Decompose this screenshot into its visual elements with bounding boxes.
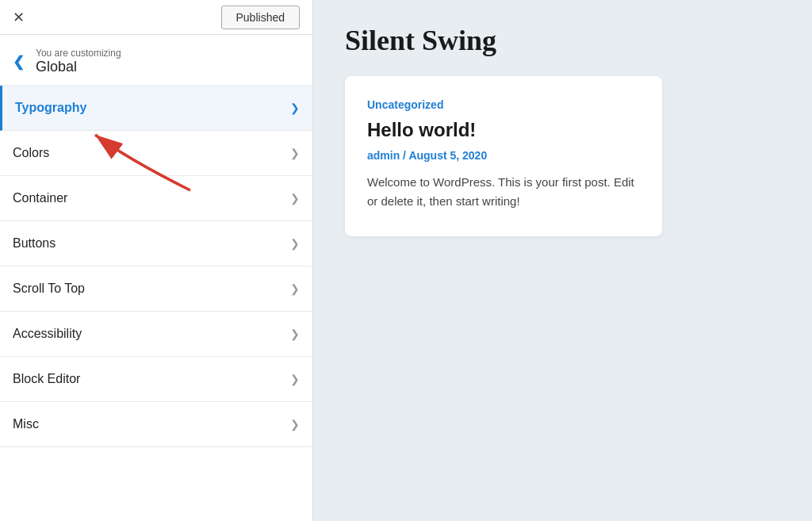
breadcrumb-text: You are customizing Global [36, 48, 121, 75]
nav-item-label: Scroll To Top [13, 282, 85, 296]
customizing-label: You are customizing [36, 48, 121, 59]
top-bar: ✕ Published [0, 0, 312, 35]
chevron-right-icon: ❯ [290, 373, 300, 385]
sidebar-item-typography[interactable]: Typography ❯ [0, 86, 312, 131]
chevron-right-icon: ❯ [290, 282, 300, 295]
sidebar: ✕ Published ❮ You are customizing Global… [0, 0, 313, 521]
nav-item-label: Container [13, 191, 67, 205]
nav-item-label: Buttons [13, 236, 56, 251]
published-button[interactable]: Published [221, 6, 301, 29]
chevron-right-icon: ❯ [290, 328, 300, 340]
chevron-right-icon: ❯ [290, 102, 300, 114]
post-meta: admin / August 5, 2020 [367, 149, 640, 162]
sidebar-item-scroll-to-top[interactable]: Scroll To Top ❯ [0, 266, 312, 312]
sidebar-item-buttons[interactable]: Buttons ❯ [0, 221, 312, 266]
chevron-right-icon: ❯ [290, 147, 300, 159]
close-icon[interactable]: ✕ [13, 10, 25, 25]
sidebar-item-container[interactable]: Container ❯ [0, 176, 312, 221]
sidebar-item-colors[interactable]: Colors ❯ [0, 131, 312, 176]
chevron-right-icon: ❯ [290, 237, 300, 250]
sidebar-item-misc[interactable]: Misc ❯ [0, 402, 312, 447]
breadcrumb: ❮ You are customizing Global [0, 35, 312, 86]
post-category: Uncategorized [367, 98, 640, 111]
post-card: Uncategorized Hello world! admin / Augus… [345, 76, 662, 236]
section-title: Global [36, 59, 121, 75]
nav-item-label: Misc [13, 417, 39, 431]
nav-item-label: Typography [15, 101, 86, 115]
post-title: Hello world! [367, 119, 640, 141]
nav-item-label: Accessibility [13, 327, 82, 341]
chevron-right-icon: ❯ [290, 192, 300, 205]
preview-panel: Silent Swing Uncategorized Hello world! … [313, 0, 812, 521]
chevron-right-icon: ❯ [290, 418, 300, 431]
sidebar-item-block-editor[interactable]: Block Editor ❯ [0, 357, 312, 402]
post-excerpt: Welcome to WordPress. This is your first… [367, 173, 640, 211]
site-title: Silent Swing [345, 24, 780, 57]
back-icon[interactable]: ❮ [13, 53, 25, 71]
nav-item-label: Block Editor [13, 372, 80, 386]
nav-item-label: Colors [13, 146, 49, 160]
sidebar-item-accessibility[interactable]: Accessibility ❯ [0, 312, 312, 357]
nav-list: Typography ❯ Colors ❯ Container ❯ Button… [0, 86, 312, 521]
